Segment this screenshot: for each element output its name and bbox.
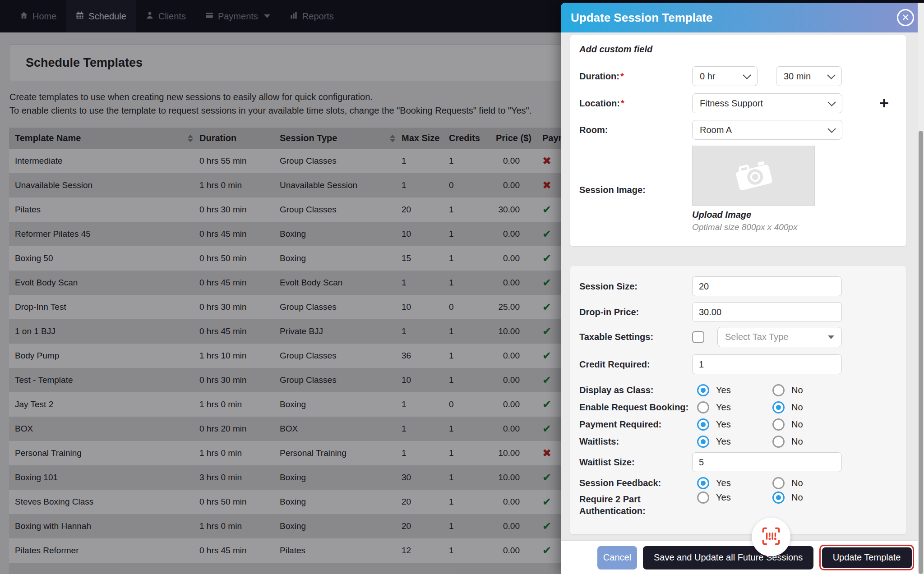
radio-icon xyxy=(697,477,709,489)
radio-yes[interactable]: Yes xyxy=(697,491,772,504)
barcode-scan-icon xyxy=(760,525,782,549)
credit-required-input[interactable] xyxy=(692,354,842,374)
field-label: Waitlists: xyxy=(579,436,697,447)
duration-hours-select[interactable]: 0 hr xyxy=(692,66,758,86)
session-image-placeholder[interactable] xyxy=(692,146,815,206)
radio-row: Display as Class:YesNo xyxy=(579,381,897,399)
waitlist-size-field: Waitlist Size: xyxy=(579,452,897,472)
radio-yes-label: Yes xyxy=(716,402,731,413)
radio-row: Payment Required:YesNo xyxy=(579,416,897,433)
session-settings-card: Session Size: Drop-in Price: Taxable Set… xyxy=(570,266,906,534)
radio-group: Session Feedback:YesNoRequire 2 Part Aut… xyxy=(579,474,897,526)
radio-yes-label: Yes xyxy=(716,419,731,430)
radio-no[interactable]: No xyxy=(772,491,897,504)
modal-footer: Cancel Save and Update all Future Sessio… xyxy=(561,541,924,574)
scrollbar-thumb[interactable] xyxy=(919,131,923,574)
update-template-highlight: Update Template xyxy=(819,545,914,570)
radio-icon xyxy=(772,436,785,448)
field-label: Drop-in Price: xyxy=(579,307,692,317)
radio-yes[interactable]: Yes xyxy=(697,418,772,431)
radio-group: Display as Class:YesNoEnable Request Boo… xyxy=(579,381,897,450)
field-label: Credit Required: xyxy=(579,359,692,370)
radio-row: Session Feedback:YesNo xyxy=(579,474,897,491)
radio-icon xyxy=(697,491,709,504)
chevron-down-icon xyxy=(743,71,751,79)
drop-in-price-field: Drop-in Price: xyxy=(579,302,897,322)
radio-row: Enable Request Booking:YesNo xyxy=(579,399,897,416)
radio-no-label: No xyxy=(791,402,803,413)
session-size-input[interactable] xyxy=(692,276,842,296)
upload-image-link[interactable]: Upload Image xyxy=(692,210,896,220)
radio-yes[interactable]: Yes xyxy=(697,436,772,448)
add-location-button[interactable]: + xyxy=(879,95,889,111)
required-asterisk: * xyxy=(621,98,624,108)
radio-no[interactable]: No xyxy=(772,401,897,413)
chevron-down-icon xyxy=(827,71,835,79)
room-select[interactable]: Room A xyxy=(692,120,842,140)
radio-no-label: No xyxy=(791,436,803,447)
radio-yes[interactable]: Yes xyxy=(697,477,772,489)
scrollbar xyxy=(918,3,924,574)
radio-no-label: No xyxy=(791,419,803,430)
waitlist-size-input[interactable] xyxy=(692,452,842,472)
field-label: Taxable Settings: xyxy=(579,332,692,342)
update-template-button[interactable]: Update Template xyxy=(822,547,912,568)
save-all-future-sessions-button[interactable]: Save and Update all Future Sessions xyxy=(643,546,813,569)
optimal-size-note: Optimal size 800px x 400px xyxy=(692,222,896,232)
field-label: Room: xyxy=(579,125,692,135)
radio-no[interactable]: No xyxy=(772,418,897,431)
field-label: Enable Request Booking: xyxy=(579,402,697,413)
chevron-down-icon xyxy=(828,335,834,339)
radio-icon xyxy=(697,401,709,413)
modal-body: Add custom field Duration:* 0 hr 30 min … xyxy=(561,32,924,534)
taxable-checkbox[interactable] xyxy=(692,331,704,343)
field-label: Location:* xyxy=(579,98,692,109)
field-label: Waitlist Size: xyxy=(579,457,692,468)
radio-no-label: No xyxy=(791,492,803,503)
location-select[interactable]: Fitness Support xyxy=(692,93,842,113)
radio-yes-label: Yes xyxy=(716,478,731,488)
radio-no[interactable]: No xyxy=(772,477,897,489)
chevron-down-icon xyxy=(827,98,836,106)
radio-no-label: No xyxy=(791,478,803,488)
modal-header: Update Session Template ✕ xyxy=(561,3,924,32)
radio-icon xyxy=(772,491,785,504)
drop-in-price-input[interactable] xyxy=(692,302,842,322)
close-icon[interactable]: ✕ xyxy=(897,9,914,26)
duration-minutes-select[interactable]: 30 min xyxy=(776,66,842,86)
radio-icon xyxy=(772,384,785,396)
room-field: Room: Room A xyxy=(579,120,896,140)
modal-title: Update Session Template xyxy=(571,11,897,25)
field-label: Session Image: xyxy=(579,183,692,195)
required-asterisk: * xyxy=(620,71,624,81)
radio-no[interactable]: No xyxy=(772,384,897,396)
session-size-field: Session Size: xyxy=(579,276,897,296)
radio-icon xyxy=(697,436,709,448)
radio-yes-label: Yes xyxy=(716,436,731,447)
chevron-down-icon xyxy=(827,124,836,133)
barcode-scan-button[interactable] xyxy=(752,518,790,556)
session-image-field: Session Image: Upload Image Optimal size… xyxy=(579,146,896,232)
field-label: Duration:* xyxy=(579,71,692,82)
cancel-button[interactable]: Cancel xyxy=(597,546,637,569)
field-label: Session Feedback: xyxy=(579,478,697,488)
radio-icon xyxy=(772,477,785,489)
field-label: Payment Required: xyxy=(579,419,697,430)
field-label: Display as Class: xyxy=(579,385,697,395)
field-label: Require 2 Part Authentication: xyxy=(579,491,688,517)
radio-no[interactable]: No xyxy=(772,436,897,448)
credit-required-field: Credit Required: xyxy=(579,354,897,374)
field-label: Session Size: xyxy=(579,281,692,292)
radio-yes[interactable]: Yes xyxy=(697,401,772,413)
radio-yes-label: Yes xyxy=(716,492,731,503)
tax-type-select[interactable]: Select Tax Type xyxy=(717,327,842,347)
camera-icon xyxy=(734,161,773,191)
add-custom-field-link[interactable]: Add custom field xyxy=(579,44,896,55)
radio-no-label: No xyxy=(791,385,803,395)
session-details-card: Add custom field Duration:* 0 hr 30 min … xyxy=(570,35,906,246)
radio-yes-label: Yes xyxy=(716,385,731,395)
radio-icon xyxy=(772,401,785,413)
radio-yes[interactable]: Yes xyxy=(697,384,772,396)
location-field: Location:* Fitness Support + xyxy=(579,93,896,113)
taxable-settings-field: Taxable Settings: Select Tax Type xyxy=(579,327,897,347)
